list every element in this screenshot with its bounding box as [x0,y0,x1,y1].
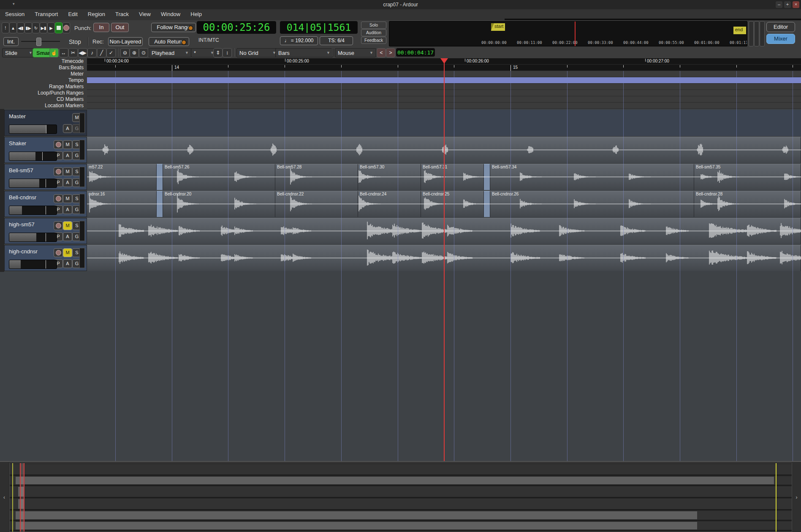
session-end-marker[interactable]: end [733,27,746,34]
transport-strip-button-3[interactable] [760,21,765,46]
automation-button[interactable]: A [63,151,72,160]
mute-button[interactable]: M [63,194,72,203]
primary-clock[interactable]: 00:00:25:26 [197,21,276,34]
feedback-indicator-button[interactable]: Feedback [361,37,386,44]
track-header-bell-sm57[interactable]: Bell-sm57MSPAG [4,164,87,190]
range-tool-button[interactable]: ↔ [59,48,68,57]
close-button[interactable]: × [793,1,799,8]
nudge-clock[interactable]: 00:00:04:17 [396,48,435,57]
mute-button[interactable]: M [63,167,72,176]
solo-indicator-button[interactable]: Solo [361,22,386,29]
record-enable-button[interactable] [54,194,63,203]
punch-in-button[interactable]: In [93,23,109,32]
auto-return-button[interactable]: Auto Return [149,37,189,46]
ruler-label-timecode[interactable]: Timecode [0,58,87,65]
track-header-high-cndnsr[interactable]: high-cndnsrMSPAG [4,245,87,271]
menu-view[interactable]: View [139,11,151,17]
transport-midi-panic-button[interactable]: ! [2,22,9,33]
punch-out-button[interactable]: Out [111,23,129,32]
expand-tracks-button[interactable]: ↕ [223,48,232,57]
menu-region[interactable]: Region [88,11,105,17]
gain-fader[interactable] [9,260,57,269]
zoom-in-button[interactable]: ⊕ [130,48,139,57]
ruler-label-meter[interactable]: Meter [0,71,87,77]
menu-edit[interactable]: Edit [68,11,77,17]
record-enable-button[interactable] [54,248,63,257]
mute-button[interactable]: M [63,248,72,257]
secondary-clock[interactable]: 014|05|1561 [280,21,358,34]
menu-session[interactable]: Session [5,11,24,17]
edit-mode-dropdown[interactable]: Slide▼ [2,48,35,57]
minimize-button[interactable]: – [776,1,782,8]
transport-stop-button[interactable] [55,22,62,33]
gain-fader[interactable] [9,206,57,215]
audition-indicator-button[interactable]: Audition [361,29,386,36]
record-enable-button[interactable] [54,140,63,149]
ruler-label-loop-punch-ranges[interactable]: Loop/Punch Ranges [0,90,87,96]
transport-goto-end-button[interactable]: ▮▶ [24,22,32,33]
gain-fader[interactable] [9,179,57,188]
track-header-master[interactable]: MasterMAG [4,110,87,136]
mixer-tab-button[interactable]: Mixer [766,34,795,44]
ruler-label-range-markers[interactable]: Range Markers [0,84,87,90]
automation-button[interactable]: A [63,205,72,214]
transport-record-button[interactable] [62,22,70,33]
playhead-line[interactable] [444,58,445,461]
snap-mode-dropdown[interactable]: No Grid▼ [236,48,279,57]
gain-fader[interactable] [9,152,57,161]
shuttle-slider-handle[interactable] [36,38,41,46]
transport-strip-button-2[interactable] [754,21,759,46]
summary-playhead[interactable] [20,463,24,532]
gain-fader[interactable] [9,233,57,242]
automation-button[interactable]: A [63,178,72,187]
transport-play-range-button[interactable]: ▶▮ [40,22,47,33]
menu-transport[interactable]: Transport [35,11,58,17]
transport-loop-button[interactable]: ↻ [32,22,40,33]
int-button[interactable]: Int. [3,37,19,46]
editor-tab-button[interactable]: Editor [766,22,795,32]
menu-help[interactable]: Help [190,11,202,17]
ruler-label-bars-beats[interactable]: Bars:Beats [0,65,87,71]
record-enable-button[interactable] [54,167,63,176]
audition-tool-button[interactable]: ♪ [87,48,97,57]
cut-tool-button[interactable]: ✂ [68,48,78,57]
non-layered-button[interactable]: Non-Layered [108,37,143,46]
transport-play-button[interactable]: ▶ [47,22,55,33]
menu-window[interactable]: Window [161,11,180,17]
automation-tool-button[interactable]: ✓ [106,48,116,57]
draw-tool-button[interactable]: ╱ [97,48,106,57]
stretch-tool-button[interactable]: ◀▶ [78,48,87,57]
transport-goto-start-button[interactable]: ◀▮ [17,22,24,33]
time-signature-button[interactable]: TS: 6/4 [320,36,353,45]
gain-fader[interactable] [9,125,57,134]
window-menu-icon[interactable]: ▾ [13,2,15,6]
transport-metronome-button[interactable]: ▲ [9,22,17,33]
transport-strip-button-1[interactable] [749,21,754,46]
summary-view[interactable] [9,463,792,532]
record-enable-button[interactable] [54,221,63,230]
track-header-shaker[interactable]: ShakerMSPAG [4,137,87,163]
tempo-button[interactable]: ♩ = 192.000 [280,36,318,45]
editor-canvas[interactable]: MasterMAGShakerMSPAGBell-sm57MSPAGBell-c… [0,109,801,461]
session-start-marker[interactable]: start [491,23,505,31]
automation-button[interactable]: A [63,259,72,268]
ruler-label-cd-markers[interactable]: CD Markers [0,96,87,103]
summary-scroll-right-button[interactable]: › [792,462,801,532]
ruler-label-location-markers[interactable]: Location Markers [0,103,87,109]
mute-button[interactable]: M [63,140,72,149]
grab-tool-button[interactable]: ☝ [49,48,59,57]
track-header-bell-cndnsr[interactable]: Bell-cndnsrMSPAG [4,191,87,217]
nudge-forward-button[interactable]: > [386,48,395,57]
grid-unit-dropdown[interactable]: Bars▼ [275,48,333,57]
follow-range-button[interactable]: Follow Range [151,23,196,32]
zoom-out-button[interactable]: ⊖ [120,48,130,57]
edit-point-dropdown[interactable]: Mouse▼ [335,48,376,57]
mute-button[interactable]: M [63,221,72,230]
menu-track[interactable]: Track [115,11,129,17]
shrink-tracks-button[interactable]: ⇕ [213,48,223,57]
zoom-focus-dropdown[interactable]: Playhead▼ [149,48,192,57]
summary-scroll-left-button[interactable]: ‹ [0,462,8,532]
automation-button[interactable]: A [63,124,72,133]
maximize-button[interactable]: + [784,1,791,8]
nudge-back-button[interactable]: < [377,48,386,57]
